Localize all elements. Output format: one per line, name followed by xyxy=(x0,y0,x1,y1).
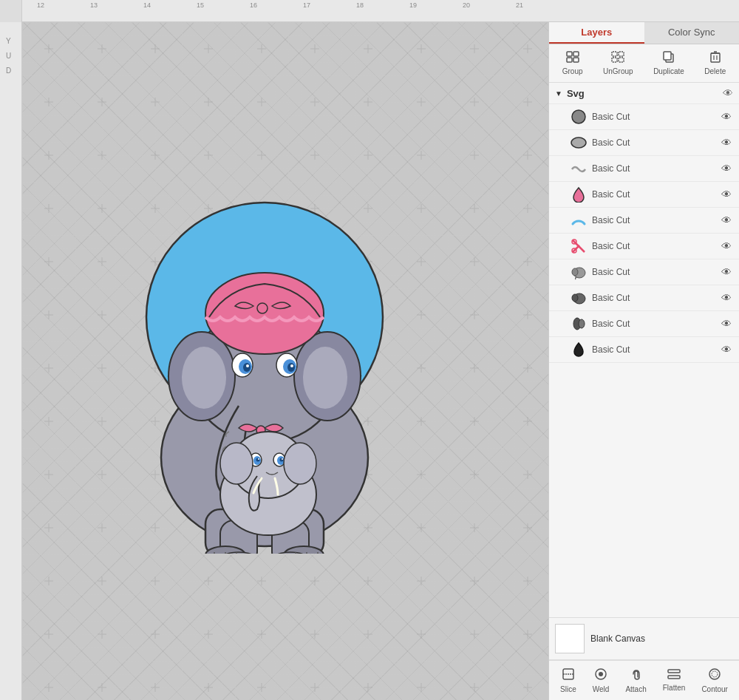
layers-list[interactable]: ▼ Svg 👁 Basic Cut 👁 Basic Cut 👁 xyxy=(549,83,739,617)
layer-thumbnail xyxy=(570,341,588,359)
layer-item[interactable]: Basic Cut 👁 xyxy=(549,311,739,337)
layer-visibility-icon[interactable]: 👁 xyxy=(721,344,732,356)
ruler-tick: 20 xyxy=(463,1,470,9)
svg-point-12 xyxy=(243,363,251,372)
ruler-tick: 13 xyxy=(90,1,98,9)
ruler-label: D xyxy=(6,67,11,75)
attach-button-label: Attach xyxy=(625,685,646,693)
delete-button[interactable]: Delete xyxy=(700,49,730,78)
svg-point-73 xyxy=(579,319,585,328)
duplicate-button[interactable]: Duplicate xyxy=(649,49,689,78)
ruler-label: Y xyxy=(6,37,11,45)
ungroup-icon xyxy=(611,51,624,66)
flatten-button[interactable]: Flatten xyxy=(658,667,690,694)
ruler-tick: 16 xyxy=(250,1,257,9)
layer-visibility-icon[interactable]: 👁 xyxy=(721,318,732,330)
weld-icon xyxy=(594,667,607,684)
layer-item[interactable]: Basic Cut 👁 xyxy=(549,182,739,208)
svg-point-16 xyxy=(287,363,295,372)
layer-name: Basic Cut xyxy=(592,163,717,174)
layer-thumbnail xyxy=(570,160,588,177)
svg-point-77 xyxy=(599,672,603,676)
layer-item[interactable]: Basic Cut 👁 xyxy=(549,285,739,311)
layer-visibility-icon[interactable]: 👁 xyxy=(721,240,732,252)
elephant-svg xyxy=(95,169,435,554)
layer-thumbnail xyxy=(570,134,588,152)
layer-visibility-icon[interactable]: 👁 xyxy=(721,214,732,226)
svg-rect-56 xyxy=(664,52,671,60)
layer-visibility-icon[interactable]: 👁 xyxy=(721,163,732,174)
svg-point-43 xyxy=(279,458,283,461)
svg-rect-53 xyxy=(612,58,617,62)
ruler-tick: 15 xyxy=(197,1,204,9)
layer-visibility-icon[interactable]: 👁 xyxy=(721,266,732,278)
ruler-tick: 14 xyxy=(143,1,151,9)
ruler-tick: 21 xyxy=(516,1,523,9)
layer-thumbnail xyxy=(570,263,588,281)
layer-item[interactable]: Basic Cut 👁 xyxy=(549,234,739,259)
contour-button-label: Contour xyxy=(701,685,728,693)
layer-item[interactable]: Basic Cut 👁 xyxy=(549,104,739,130)
svg-point-71 xyxy=(572,294,578,302)
svg-rect-57 xyxy=(711,53,720,62)
svg-rect-79 xyxy=(668,676,680,679)
duplicate-button-label: Duplicate xyxy=(653,67,684,75)
flatten-icon xyxy=(667,669,681,682)
layer-name: Basic Cut xyxy=(592,112,717,122)
layer-thumbnail xyxy=(570,108,588,126)
weld-button[interactable]: Weld xyxy=(588,665,614,696)
svg-group-visibility-icon[interactable]: 👁 xyxy=(723,87,733,99)
main-area: Y U D xyxy=(0,22,739,700)
layer-name: Basic Cut xyxy=(592,137,717,148)
svg-rect-48 xyxy=(573,52,579,56)
layer-name: Basic Cut xyxy=(592,344,717,355)
group-button[interactable]: Group xyxy=(558,49,588,78)
top-bar: 12 13 14 15 16 17 18 19 20 21 xyxy=(0,0,739,22)
corner-box xyxy=(0,0,22,22)
layer-name: Basic Cut xyxy=(592,215,717,225)
blank-canvas-label: Blank Canvas xyxy=(590,633,645,644)
layer-thumbnail xyxy=(570,289,588,307)
layer-name: Basic Cut xyxy=(592,189,717,200)
svg-rect-47 xyxy=(567,52,572,56)
slice-button-label: Slice xyxy=(560,685,576,693)
layer-visibility-icon[interactable]: 👁 xyxy=(721,292,732,304)
layer-name: Basic Cut xyxy=(592,241,717,251)
panel-tabs: Layers Color Sync xyxy=(549,22,739,44)
duplicate-icon xyxy=(663,51,675,66)
canvas-area[interactable] xyxy=(22,22,548,700)
delete-icon xyxy=(710,51,721,66)
ungroup-button[interactable]: UnGroup xyxy=(599,49,638,78)
weld-button-label: Weld xyxy=(593,685,610,693)
contour-button[interactable]: Contour xyxy=(697,665,732,696)
svg-group-header[interactable]: ▼ Svg 👁 xyxy=(549,83,739,104)
layer-visibility-icon[interactable]: 👁 xyxy=(721,188,732,200)
svg-point-63 xyxy=(571,137,586,148)
right-panel: Layers Color Sync Group UnGroup xyxy=(548,22,739,700)
svg-point-80 xyxy=(709,669,720,679)
svg-point-46 xyxy=(284,443,316,484)
contour-icon xyxy=(708,667,721,684)
tab-layers[interactable]: Layers xyxy=(549,22,644,44)
layer-visibility-icon[interactable]: 👁 xyxy=(721,137,732,149)
ruler-tick: 19 xyxy=(409,1,417,9)
attach-icon xyxy=(630,667,643,684)
layer-item[interactable]: Basic Cut 👁 xyxy=(549,208,739,234)
tab-color-sync[interactable]: Color Sync xyxy=(644,22,740,44)
layer-item[interactable]: Basic Cut 👁 xyxy=(549,337,739,363)
svg-point-45 xyxy=(220,443,253,484)
layer-item[interactable]: Basic Cut 👁 xyxy=(549,259,739,285)
layer-visibility-icon[interactable]: 👁 xyxy=(721,111,732,123)
ungroup-button-label: UnGroup xyxy=(603,67,633,75)
layer-thumbnail xyxy=(570,237,588,255)
layer-item[interactable]: Basic Cut 👁 xyxy=(549,130,739,156)
elephant-illustration xyxy=(95,169,435,554)
horizontal-ruler: 12 13 14 15 16 17 18 19 20 21 xyxy=(22,0,739,21)
svg-point-9 xyxy=(303,347,347,409)
layer-item[interactable]: Basic Cut 👁 xyxy=(549,156,739,182)
group-icon xyxy=(566,51,579,66)
attach-button[interactable]: Attach xyxy=(621,665,650,696)
slice-button[interactable]: Slice xyxy=(556,665,581,696)
ruler-tick: 17 xyxy=(303,1,310,9)
svg-rect-49 xyxy=(567,58,572,62)
